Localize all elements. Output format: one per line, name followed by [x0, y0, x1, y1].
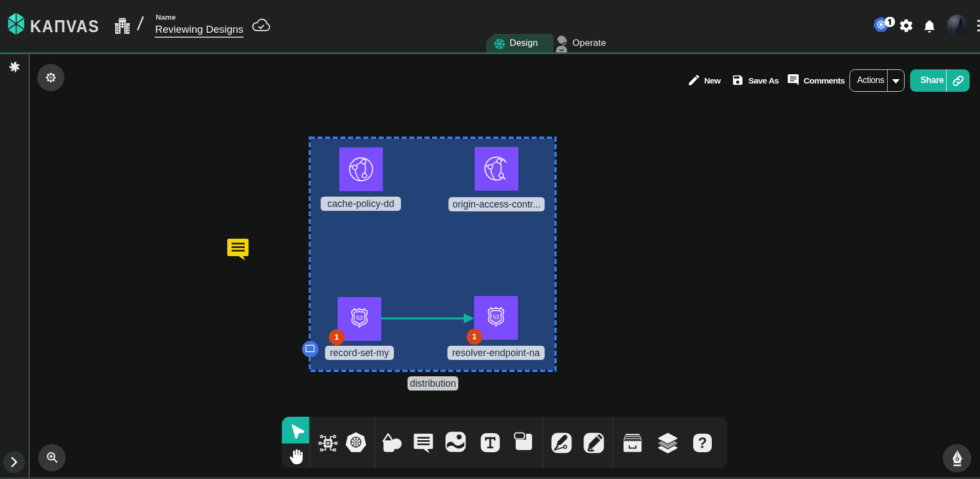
- svg-text:53: 53: [493, 314, 499, 320]
- svg-text:53: 53: [356, 315, 363, 321]
- svg-text:?: ?: [698, 435, 707, 451]
